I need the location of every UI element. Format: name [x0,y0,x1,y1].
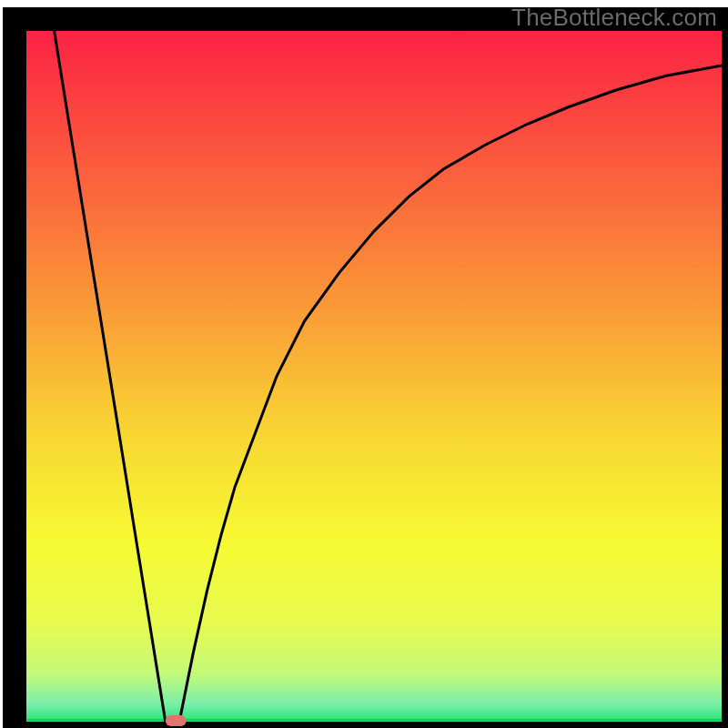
plot-background [26,31,722,722]
watermark-text: TheBottleneck.com [511,4,717,32]
optimum-marker [166,715,187,726]
chart-frame: TheBottleneck.com [0,0,728,728]
bottleneck-chart [0,0,728,728]
